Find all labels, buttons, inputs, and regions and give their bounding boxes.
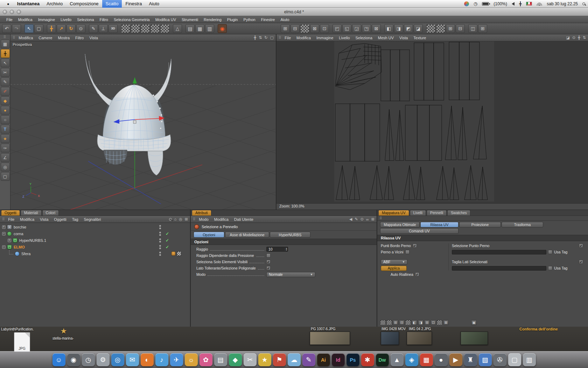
- expander-icon[interactable]: [2, 245, 6, 249]
- mesh-tool-icon[interactable]: ▦: [1, 40, 10, 48]
- uv-menu-modifica[interactable]: Modifica: [294, 36, 314, 40]
- uvm-mini-icon-5[interactable]: ◧: [412, 320, 417, 325]
- dock-system-preferences-icon[interactable]: ⚙: [97, 353, 110, 366]
- rectangle-tool-icon[interactable]: ▢: [1, 172, 10, 181]
- uvm-mini-icon-9[interactable]: [437, 320, 442, 325]
- move-tool-icon[interactable]: ╋: [47, 24, 56, 33]
- menu-extra-color-icon[interactable]: [464, 1, 469, 6]
- c4d-menu-aiuto[interactable]: Aiuto: [278, 18, 292, 22]
- dock-app-icon-3[interactable]: ✿: [200, 353, 212, 366]
- uv-toolbar-icon-5[interactable]: [330, 24, 332, 33]
- uv-toolbar-icon-1[interactable]: ⊟: [290, 24, 300, 33]
- photo-thumbnail[interactable]: [381, 332, 399, 345]
- uv-toolbar-icon-13[interactable]: ◨: [394, 24, 403, 33]
- input-language-flag-icon[interactable]: PRO: [526, 2, 532, 6]
- uv-menu-vista[interactable]: Vista: [397, 36, 411, 40]
- uvm-button-2[interactable]: Proiezione: [459, 222, 501, 227]
- uv-menu-file[interactable]: File: [282, 36, 294, 40]
- c4d-menu-immagine[interactable]: Immagine: [35, 18, 58, 22]
- dock-trash-icon[interactable]: ▥: [523, 353, 536, 366]
- attr-mode-tab-1[interactable]: Asse di Modellazione: [225, 232, 269, 238]
- uvm-mini-icon-12[interactable]: ▣: [471, 320, 477, 325]
- dock-rubik-icon[interactable]: ▦: [420, 353, 433, 366]
- attr-mode-tab-2[interactable]: HyperNURBS: [270, 232, 310, 238]
- c4d-menu-modifica-uv[interactable]: Modifica UV: [153, 18, 179, 22]
- enable-check-icon[interactable]: [163, 238, 171, 243]
- dock-firefox-icon[interactable]: ◐: [141, 353, 154, 366]
- object-row-elmo[interactable]: ▢ ELMO: [0, 244, 190, 250]
- dock-app-icon-6[interactable]: ✂: [244, 353, 257, 366]
- viewport-rotate-icon[interactable]: ↻: [264, 35, 267, 40]
- dock-indesign-icon[interactable]: Id: [332, 353, 345, 366]
- uvm-mini-icon-11[interactable]: [449, 320, 470, 325]
- c4d-menu-modifica[interactable]: Modifica: [15, 18, 35, 22]
- uvm-button-1[interactable]: Rilassa UV: [420, 222, 458, 227]
- punti-bordo-checkbox[interactable]: [413, 244, 417, 248]
- dock-app-icon-14[interactable]: ●: [435, 353, 448, 366]
- dock-app-icon-12[interactable]: ▲: [391, 353, 404, 366]
- uv-toolbar-icon-3[interactable]: ⊠: [310, 24, 319, 33]
- dock-safari-icon[interactable]: ◎: [111, 353, 124, 366]
- live-selection-tool-icon[interactable]: ↖: [24, 24, 34, 33]
- attr-menu-dati-utente[interactable]: Dati Utente: [231, 217, 256, 222]
- rotate-tool-icon[interactable]: ↻: [66, 24, 76, 33]
- dock-app-icon-5[interactable]: ◆: [229, 353, 242, 366]
- uv-toolbar-icon-16[interactable]: [424, 24, 426, 33]
- macos-menu-1[interactable]: Composizione: [66, 0, 102, 8]
- texture-mode-icon-3[interactable]: [141, 24, 150, 33]
- uv-display-icon[interactable]: ◪: [566, 35, 570, 40]
- dock-app-icon-1[interactable]: ✈: [170, 353, 183, 366]
- om-menu-modifica[interactable]: Modifica: [17, 217, 37, 222]
- viewport-menu-camere[interactable]: Camere: [36, 36, 55, 40]
- text-tool-icon[interactable]: T: [1, 125, 10, 134]
- panel-grip-icon[interactable]: ⠿: [2, 217, 5, 221]
- uv-toolbar-icon-22[interactable]: ◫: [468, 24, 477, 33]
- photo-thumbnail[interactable]: [310, 332, 350, 345]
- om-icon--[interactable]: ◎: [179, 217, 182, 222]
- measure-tool-icon[interactable]: ∠: [1, 153, 10, 162]
- om-menu-file[interactable]: File: [5, 217, 17, 222]
- dock-dreamweaver-icon[interactable]: Dw: [376, 353, 389, 366]
- brush-tool-icon[interactable]: ✐: [1, 87, 10, 96]
- keyboard-icon[interactable]: ╋: [519, 1, 522, 6]
- om-search-icon[interactable]: [169, 218, 172, 221]
- modo-dropdown[interactable]: Normale▼: [266, 272, 315, 277]
- desktop-file-label[interactable]: stella-marina-: [52, 336, 74, 340]
- viewport-menu-vista[interactable]: Vista: [87, 36, 101, 40]
- viewport-pan-icon[interactable]: ╋: [254, 35, 257, 40]
- item--[interactable]: ⊞: [371, 217, 374, 222]
- selezione-punto-checkbox[interactable]: [579, 244, 583, 248]
- attr-menu-modifica[interactable]: Modifica: [211, 217, 231, 222]
- uv-toolbar-icon-6[interactable]: ◰: [332, 24, 342, 33]
- visibili-checkbox[interactable]: [266, 260, 271, 264]
- dock-app-icon-11[interactable]: ✱: [361, 353, 374, 366]
- desktop-file-label[interactable]: PG 1007-6.JPG: [311, 327, 336, 331]
- c4d-menu-rendering[interactable]: Rendering: [201, 18, 224, 22]
- visibility-dots[interactable]: [156, 238, 163, 243]
- raggio-stepper[interactable]: [285, 247, 288, 251]
- c4d-menu-strumenti[interactable]: Strumenti: [179, 18, 201, 22]
- texture-tag-icon[interactable]: [171, 251, 176, 256]
- uvm-mini-icon-10[interactable]: ⊠: [443, 320, 449, 325]
- uvm-mini-icon-3[interactable]: ⊟: [399, 320, 405, 325]
- redo-icon[interactable]: ↷: [12, 24, 21, 33]
- uv-toolbar-icon-19[interactable]: ⊞: [446, 24, 455, 33]
- desktop-file-label[interactable]: IMG 0428 MOV: [382, 327, 406, 331]
- item--[interactable]: ◀: [349, 217, 352, 222]
- dock-app-icon-2[interactable]: ☼: [185, 353, 198, 366]
- menubar-clock[interactable]: sab 30 lug 22.25: [547, 1, 578, 6]
- toolbar-icon-10[interactable]: [86, 24, 88, 33]
- toolbar-icon-14[interactable]: [118, 24, 120, 33]
- uv-toolbar-icon-8[interactable]: ◲: [352, 24, 361, 33]
- comandi-uv-button[interactable]: Comandi UV: [380, 228, 458, 234]
- viewport-menu-mostra[interactable]: Mostra: [55, 36, 72, 40]
- undo-icon[interactable]: ↶: [2, 24, 11, 33]
- uv-toolbar-icon-21[interactable]: [465, 24, 468, 33]
- move-palette-icon[interactable]: ╋: [1, 49, 10, 58]
- rectangle-selection-tool-icon[interactable]: ▢: [34, 24, 43, 33]
- render-settings-icon[interactable]: ◉: [218, 24, 227, 33]
- attr-menu-modo[interactable]: Modo: [196, 217, 211, 222]
- c4d-menu-livello[interactable]: Livello: [58, 18, 74, 22]
- visibility-dots[interactable]: [156, 245, 163, 249]
- item--[interactable]: ∞: [366, 217, 369, 222]
